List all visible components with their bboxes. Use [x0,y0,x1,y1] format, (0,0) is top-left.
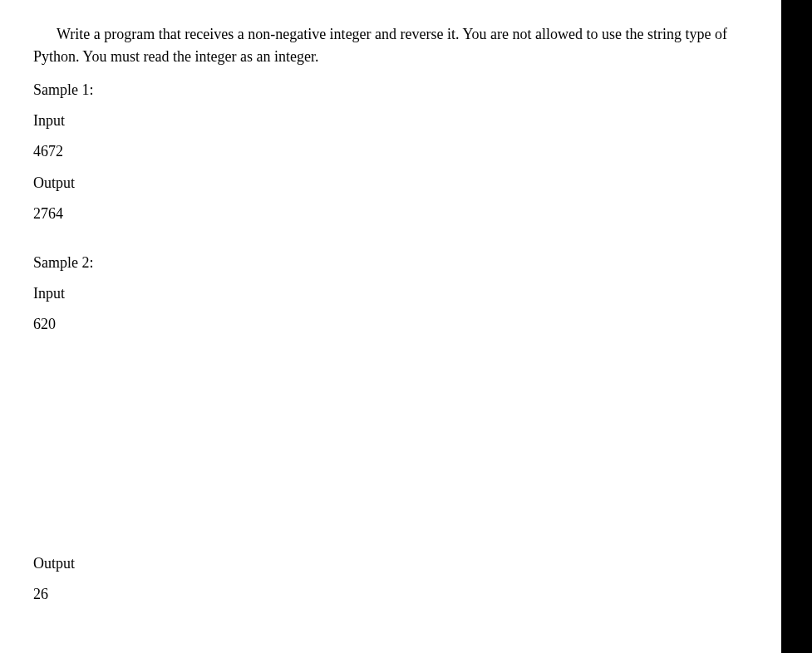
spacer [33,234,748,253]
sample-input-value: 4672 [33,141,748,162]
sample-output-value: 26 [33,584,748,605]
document-page: Write a program that receives a non-nega… [0,0,781,653]
sample-input-value: 620 [33,314,748,335]
spacer [33,346,748,553]
sample-output-label: Output [33,173,748,194]
sample-output-label: Output [33,553,748,574]
sample-output-value: 2764 [33,204,748,224]
scan-artifact [0,415,10,457]
scan-artifact [758,415,781,465]
sample-title: Sample 1: [33,80,748,101]
sample-input-label: Input [33,110,748,131]
problem-statement: Write a program that receives a non-nega… [33,23,748,68]
scan-artifact [0,12,10,45]
sample-input-label: Input [33,283,748,304]
sample-title: Sample 2: [33,253,748,273]
